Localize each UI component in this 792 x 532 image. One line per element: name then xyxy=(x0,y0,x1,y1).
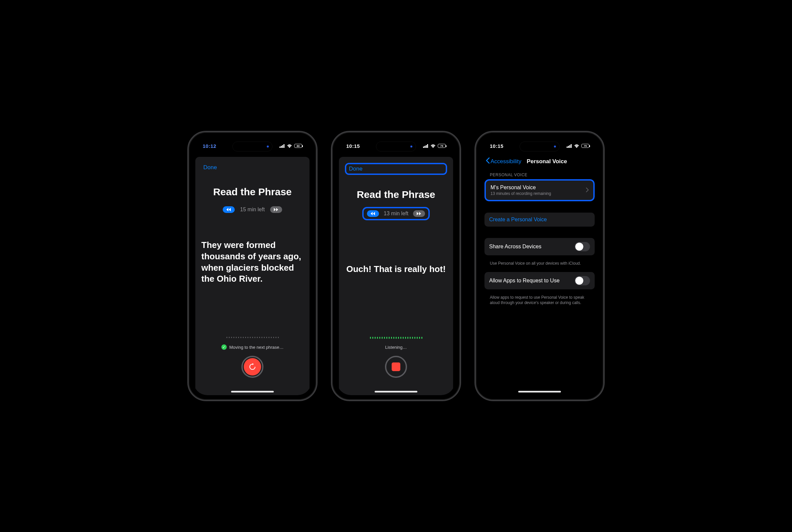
svg-rect-5 xyxy=(425,146,426,148)
check-icon: ✓ xyxy=(221,344,227,350)
nav-title: Personal Voice xyxy=(527,158,567,165)
stop-record-button[interactable] xyxy=(385,356,407,378)
time-controls: 15 min left xyxy=(201,206,303,213)
dynamic-island xyxy=(520,141,560,152)
status-time: 10:15 xyxy=(346,143,360,149)
svg-rect-3 xyxy=(283,144,284,148)
allow-label: Allow Apps to Request to Use xyxy=(489,278,560,284)
home-indicator[interactable] xyxy=(518,391,561,393)
signal-icon xyxy=(280,143,285,149)
svg-rect-4 xyxy=(423,147,424,148)
back-label: Accessibility xyxy=(490,158,522,165)
redo-record-button[interactable] xyxy=(241,356,263,378)
waveform xyxy=(345,336,447,340)
svg-rect-9 xyxy=(568,146,569,148)
forward-button[interactable] xyxy=(270,206,282,213)
recording-sheet: Done Read the Phrase 13 min left Ouch! T… xyxy=(339,157,453,395)
redo-icon xyxy=(244,358,261,376)
phone-frame-1: 10:12 80 Done Read the Phrase xyxy=(187,131,318,401)
status-time: 10:15 xyxy=(490,143,504,149)
share-toggle[interactable] xyxy=(574,242,590,251)
time-left-label: 13 min left xyxy=(384,211,408,216)
phone-frame-2: 10:15 79 Done Read the Phrase 13 min lef… xyxy=(331,131,461,401)
create-label: Create a Personal Voice xyxy=(489,216,547,223)
done-button[interactable]: Done xyxy=(347,165,364,173)
wifi-icon xyxy=(430,143,436,149)
svg-rect-0 xyxy=(280,147,281,148)
svg-rect-10 xyxy=(569,145,570,148)
status-time: 10:12 xyxy=(203,143,216,149)
recording-sheet: Done Read the Phrase 15 min left They we… xyxy=(195,157,309,395)
battery-icon: 80 xyxy=(294,144,302,148)
section-header: PERSONAL VOICE xyxy=(480,169,599,179)
allow-note: Allow apps to request to use Personal Vo… xyxy=(480,295,599,311)
chevron-right-icon xyxy=(586,187,589,194)
status-text: Listening… xyxy=(385,345,407,350)
phone-frame-3: 10:15 79 Accessibility Personal Voice PE… xyxy=(474,131,605,401)
battery-icon: 79 xyxy=(581,144,589,148)
page-title: Read the Phrase xyxy=(345,189,447,200)
rewind-button[interactable] xyxy=(223,206,235,213)
create-voice-row[interactable]: Create a Personal Voice xyxy=(485,213,595,227)
wifi-icon xyxy=(287,143,292,149)
forward-button[interactable] xyxy=(413,210,425,217)
highlight-done: Done xyxy=(345,163,447,175)
status-text: Moving to the next phrase… xyxy=(229,345,284,350)
status-line: ✓ Moving to the next phrase… xyxy=(201,344,303,350)
voice-subtitle: 13 minutes of recording remaining xyxy=(490,191,551,196)
svg-rect-8 xyxy=(567,147,568,148)
back-button[interactable]: Accessibility xyxy=(486,157,522,165)
svg-rect-1 xyxy=(281,146,282,148)
battery-icon: 79 xyxy=(438,144,446,148)
dynamic-island xyxy=(232,141,272,152)
time-left-label: 15 min left xyxy=(240,207,265,213)
done-button[interactable]: Done xyxy=(201,163,219,172)
page-title: Read the Phrase xyxy=(201,186,303,197)
personal-voice-row[interactable]: M's Personal Voice 13 minutes of recordi… xyxy=(485,179,595,201)
svg-rect-2 xyxy=(282,145,283,148)
home-indicator[interactable] xyxy=(375,391,417,393)
share-devices-row: Share Across Devices xyxy=(485,238,595,255)
voice-name: M's Personal Voice xyxy=(490,185,551,191)
rewind-button[interactable] xyxy=(367,210,379,217)
svg-rect-11 xyxy=(571,144,572,148)
phrase-text: Ouch! That is really hot! xyxy=(345,264,447,275)
waveform xyxy=(201,335,303,340)
share-label: Share Across Devices xyxy=(489,244,542,250)
dynamic-island xyxy=(376,141,416,152)
phrase-text: They were formed thousands of years ago,… xyxy=(201,240,303,285)
allow-toggle[interactable] xyxy=(574,276,590,285)
chevron-left-icon xyxy=(486,157,490,165)
signal-icon xyxy=(567,143,572,149)
allow-apps-row: Allow Apps to Request to Use xyxy=(485,272,595,289)
wifi-icon xyxy=(574,143,579,149)
status-line: Listening… xyxy=(345,345,447,350)
svg-rect-6 xyxy=(426,145,427,148)
home-indicator[interactable] xyxy=(231,391,274,393)
highlight-time-controls: 13 min left xyxy=(362,207,430,220)
signal-icon xyxy=(423,143,428,149)
stop-icon xyxy=(392,362,400,371)
share-note: Use Personal Voice on all your devices w… xyxy=(480,261,599,272)
svg-rect-7 xyxy=(427,144,428,148)
